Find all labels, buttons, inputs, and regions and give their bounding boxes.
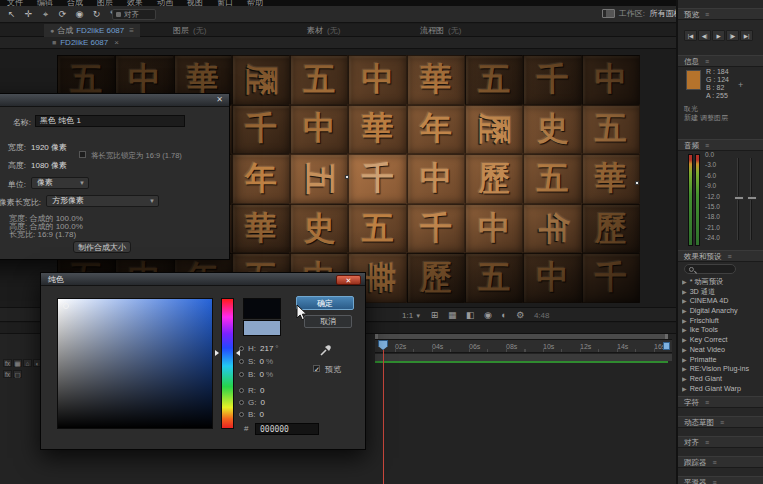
panel-menu-icon[interactable]: ≡ bbox=[705, 58, 709, 65]
s-value[interactable]: 0 bbox=[260, 357, 264, 366]
panel-header-effects[interactable]: 效果和预设≡ bbox=[678, 250, 763, 262]
r-value[interactable]: 0 bbox=[260, 386, 264, 395]
saturation-radio[interactable] bbox=[239, 359, 244, 364]
collapsed-panel-header[interactable]: 平滑器≡ bbox=[678, 476, 763, 484]
playback-button[interactable]: ▶| bbox=[740, 30, 753, 41]
effects-category-row[interactable]: ▶Neat Video bbox=[682, 345, 763, 355]
pixel-aspect-dropdown[interactable]: 方形像素▼ bbox=[46, 195, 159, 207]
collapsed-panel-header[interactable]: 字符≡ bbox=[678, 396, 763, 408]
twirl-icon[interactable]: ▶ bbox=[682, 308, 687, 314]
green-radio[interactable] bbox=[239, 400, 244, 405]
effects-category-row[interactable]: ▶* 动画预设 bbox=[682, 277, 763, 287]
playback-button[interactable]: ◀| bbox=[698, 30, 711, 41]
timeline-switch-icon[interactable]: ▢ bbox=[13, 370, 22, 378]
hue-slider-arrow-left[interactable] bbox=[215, 350, 219, 356]
mask-visibility-icon[interactable]: ◧ bbox=[466, 308, 475, 322]
dialog-titlebar[interactable]: 纯色 ✕ bbox=[41, 273, 365, 286]
effects-category-row[interactable]: ▶3D 通道 bbox=[682, 287, 763, 297]
red-radio[interactable] bbox=[239, 388, 244, 393]
close-icon[interactable]: × bbox=[114, 38, 119, 47]
twirl-icon[interactable]: ▶ bbox=[682, 386, 687, 392]
time-ruler[interactable]: 02s04s06s08s10s12s14s16s bbox=[375, 339, 672, 353]
twirl-icon[interactable]: ▶ bbox=[682, 279, 687, 285]
effects-category-row[interactable]: ▶Red Giant Warp bbox=[682, 384, 763, 394]
blue-radio[interactable] bbox=[239, 412, 244, 417]
hex-input[interactable]: 000000 bbox=[255, 423, 319, 435]
twirl-icon[interactable]: ▶ bbox=[682, 327, 687, 333]
effects-category-row[interactable]: ▶CINEMA 4D bbox=[682, 296, 763, 306]
effects-category-row[interactable]: ▶Ike Tools bbox=[682, 325, 763, 335]
resolution-icon[interactable]: ⚙ bbox=[516, 308, 524, 322]
twirl-icon[interactable]: ▶ bbox=[682, 357, 687, 363]
panel-menu-icon[interactable]: ≡ bbox=[720, 419, 724, 426]
slider-handle[interactable] bbox=[734, 196, 744, 200]
brightness-radio[interactable] bbox=[239, 372, 244, 377]
safe-margins-icon[interactable]: ⊞ bbox=[431, 308, 439, 322]
b-value[interactable]: 0 bbox=[260, 370, 264, 379]
snapshot-icon[interactable]: ◉ bbox=[484, 308, 492, 322]
effects-category-row[interactable]: ▶Frischluft bbox=[682, 316, 763, 326]
twirl-icon[interactable]: ▶ bbox=[682, 347, 687, 353]
tool-icon[interactable]: ◉ bbox=[72, 8, 87, 21]
panel-header-info[interactable]: 信息≡ bbox=[678, 55, 763, 67]
timeline-switch-icon[interactable]: fx bbox=[3, 370, 12, 378]
panel-menu-icon[interactable]: ≡ bbox=[728, 253, 732, 260]
height-value[interactable]: 1080 像素 bbox=[31, 160, 67, 171]
tool-icon[interactable]: ⌖ bbox=[38, 8, 53, 21]
effects-category-row[interactable]: ▶Primatte bbox=[682, 355, 763, 365]
tab-flowchart[interactable]: 流程图(无) bbox=[420, 24, 461, 37]
collapsed-panel-header[interactable]: 动态草图≡ bbox=[678, 416, 763, 428]
twirl-icon[interactable]: ▶ bbox=[682, 376, 687, 382]
panel-menu-icon[interactable]: ≡ bbox=[713, 479, 717, 484]
hue-slider[interactable] bbox=[221, 298, 234, 429]
twirl-icon[interactable]: ▶ bbox=[682, 366, 687, 372]
panel-menu-icon[interactable]: ≡ bbox=[705, 142, 709, 149]
effects-category-row[interactable]: ▶Digital Anarchy bbox=[682, 306, 763, 316]
panel-menu-icon[interactable]: ≡ bbox=[705, 11, 709, 18]
effects-category-row[interactable]: ▶RE:Vision Plug-ins bbox=[682, 364, 763, 374]
tab-composition[interactable]: ●合成FD2likE 6087≡ bbox=[44, 24, 140, 37]
make-comp-size-button[interactable]: 制作合成大小 bbox=[73, 241, 131, 253]
panel-header-preview[interactable]: 预览≡ bbox=[678, 8, 763, 20]
panel-menu-icon[interactable]: ≡ bbox=[705, 399, 709, 406]
h-value[interactable]: 217 bbox=[260, 344, 273, 353]
preview-checkbox[interactable]: ✓ bbox=[313, 365, 320, 372]
tool-icon[interactable]: ⟳ bbox=[55, 8, 70, 21]
grid-icon[interactable]: ▦ bbox=[448, 308, 457, 322]
panel-menu-icon[interactable]: ≡ bbox=[713, 459, 717, 466]
tool-icon[interactable]: ✛ bbox=[21, 8, 36, 21]
twirl-icon[interactable]: ▶ bbox=[682, 318, 687, 324]
saturation-brightness-field[interactable] bbox=[57, 298, 213, 429]
b2-value[interactable]: 0 bbox=[260, 410, 264, 419]
tool-icon[interactable]: ↻ bbox=[89, 8, 104, 21]
slider-handle[interactable] bbox=[747, 196, 757, 200]
name-field[interactable]: 黑色 纯色 1 bbox=[35, 115, 185, 127]
playback-button[interactable]: |▶ bbox=[726, 30, 739, 41]
hue-radio[interactable] bbox=[239, 346, 244, 351]
twirl-icon[interactable]: ▶ bbox=[682, 337, 687, 343]
magnification-dropdown[interactable]: 1:1 ▼ bbox=[402, 308, 421, 324]
collapsed-panel-header[interactable]: 跟踪器≡ bbox=[678, 456, 763, 468]
close-button[interactable]: ✕ bbox=[336, 275, 361, 285]
audio-slider-left[interactable] bbox=[737, 158, 739, 240]
timeline-switch-icon[interactable]: fx bbox=[3, 359, 12, 367]
audio-slider-right[interactable] bbox=[750, 158, 752, 240]
g-value[interactable]: 0 bbox=[260, 398, 264, 407]
eyedropper-icon[interactable] bbox=[319, 343, 333, 357]
lock-aspect-checkbox[interactable] bbox=[79, 151, 86, 158]
timeline-switch-icon[interactable]: ▦ bbox=[13, 359, 22, 367]
effects-category-row[interactable]: ▶Red Giant bbox=[682, 374, 763, 384]
effects-category-row[interactable]: ▶Key Correct bbox=[682, 335, 763, 345]
panel-header-audio[interactable]: 音频≡ bbox=[678, 139, 763, 151]
color-selection-marker[interactable] bbox=[63, 303, 69, 309]
close-icon[interactable]: ✕ bbox=[216, 95, 223, 104]
layer-anchor-handle[interactable] bbox=[345, 175, 349, 179]
panel-menu-icon[interactable]: ≡ bbox=[705, 439, 709, 446]
width-value[interactable]: 1920 像素 bbox=[31, 142, 67, 153]
playback-button[interactable]: |◀ bbox=[684, 30, 697, 41]
tab-footage[interactable]: 素材(无) bbox=[307, 24, 340, 37]
units-dropdown[interactable]: 像素▼ bbox=[31, 177, 89, 189]
viewer-comp-tab[interactable]: ■FD2likE 6087× bbox=[52, 37, 119, 49]
snap-toggle[interactable]: 对齐 bbox=[112, 9, 156, 20]
twirl-icon[interactable]: ▶ bbox=[682, 289, 687, 295]
